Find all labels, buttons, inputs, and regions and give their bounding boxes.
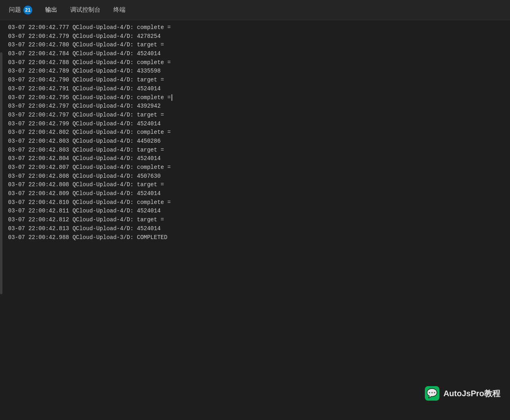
tab-label-output: 输出: [45, 6, 57, 14]
cursor-indicator: [171, 94, 172, 101]
log-line-14: 03-07 22:00:42.803 QCloud-Upload-4/D: 44…: [0, 137, 510, 146]
tab-label-problems: 问题: [9, 6, 21, 14]
log-line-22: 03-07 22:00:42.811 QCloud-Upload-4/D: 45…: [0, 207, 510, 216]
tab-output[interactable]: 输出: [40, 4, 63, 16]
tab-problems[interactable]: 问题21: [3, 3, 38, 17]
log-line-20: 03-07 22:00:42.809 QCloud-Upload-4/D: 45…: [0, 189, 510, 198]
log-line-3: 03-07 22:00:42.780 QCloud-Upload-4/D: ta…: [0, 41, 510, 50]
log-line-15: 03-07 22:00:42.803 QCloud-Upload-4/D: ta…: [0, 146, 510, 155]
tab-debug-console[interactable]: 调试控制台: [65, 4, 106, 16]
log-line-11: 03-07 22:00:42.797 QCloud-Upload-4/D: ta…: [0, 111, 510, 120]
log-line-24: 03-07 22:00:42.813 QCloud-Upload-4/D: 45…: [0, 225, 510, 233]
log-line-9: 03-07 22:00:42.795 QCloud-Upload-4/D: co…: [0, 94, 510, 102]
log-line-4: 03-07 22:00:42.784 QCloud-Upload-4/D: 45…: [0, 50, 510, 58]
output-panel: 03-07 22:00:42.777 QCloud-Upload-4/D: co…: [0, 20, 510, 420]
log-line-16: 03-07 22:00:42.804 QCloud-Upload-4/D: 45…: [0, 154, 510, 163]
log-line-23: 03-07 22:00:42.812 QCloud-Upload-4/D: ta…: [0, 216, 510, 225]
tab-label-debug-console: 调试控制台: [70, 6, 100, 14]
log-line-1: 03-07 22:00:42.777 QCloud-Upload-4/D: co…: [0, 23, 510, 32]
log-line-21: 03-07 22:00:42.810 QCloud-Upload-4/D: co…: [0, 198, 510, 207]
log-line-13: 03-07 22:00:42.802 QCloud-Upload-4/D: co…: [0, 128, 510, 137]
scrollbar[interactable]: [0, 52, 2, 294]
log-line-12: 03-07 22:00:42.799 QCloud-Upload-4/D: 45…: [0, 120, 510, 129]
log-line-6: 03-07 22:00:42.789 QCloud-Upload-4/D: 43…: [0, 67, 510, 76]
log-line-25: 03-07 22:00:42.988 QCloud-Upload-3/D: CO…: [0, 233, 510, 242]
wechat-icon: 💬: [425, 386, 439, 401]
log-line-10: 03-07 22:00:42.797 QCloud-Upload-4/D: 43…: [0, 102, 510, 111]
tab-badge-problems: 21: [23, 6, 32, 15]
log-line-5: 03-07 22:00:42.788 QCloud-Upload-4/D: co…: [0, 58, 510, 67]
watermark: 💬 AutoJsPro教程: [425, 386, 500, 401]
tab-terminal[interactable]: 终端: [108, 4, 131, 16]
log-line-8: 03-07 22:00:42.791 QCloud-Upload-4/D: 45…: [0, 85, 510, 94]
log-line-7: 03-07 22:00:42.790 QCloud-Upload-4/D: ta…: [0, 76, 510, 85]
log-line-19: 03-07 22:00:42.808 QCloud-Upload-4/D: ta…: [0, 181, 510, 189]
tab-label-terminal: 终端: [113, 6, 125, 14]
tab-bar: 问题21输出调试控制台终端: [0, 0, 510, 20]
log-line-17: 03-07 22:00:42.807 QCloud-Upload-4/D: co…: [0, 163, 510, 172]
log-line-2: 03-07 22:00:42.779 QCloud-Upload-4/D: 42…: [0, 32, 510, 41]
watermark-label: AutoJsPro教程: [443, 388, 500, 399]
log-line-18: 03-07 22:00:42.808 QCloud-Upload-4/D: 45…: [0, 172, 510, 181]
